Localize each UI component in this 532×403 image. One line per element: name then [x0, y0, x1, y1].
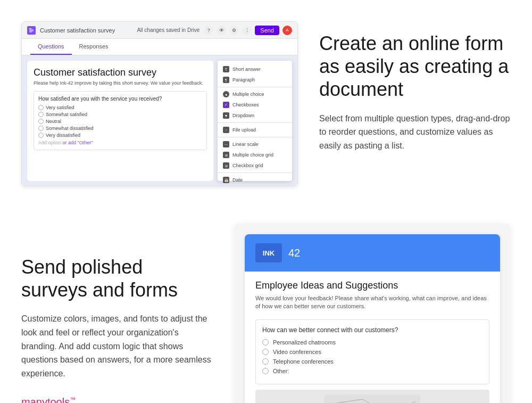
bottom-heading: Send polished surveys and forms [21, 256, 213, 301]
checkbox-grid-option[interactable]: ⊞ Checkbox grid [218, 160, 292, 171]
time-option[interactable]: ⏰ Time [218, 185, 292, 186]
bottom-description: Customize colors, images, and fonts to a… [21, 312, 213, 380]
avatar: A [282, 26, 292, 35]
option-label-5: Very dissatisfied [46, 133, 80, 138]
checkboxes-label: Checkboxes [232, 102, 259, 108]
divider-2 [218, 122, 292, 123]
preview-option-4: Other: [262, 368, 483, 374]
preview-radio-3 [262, 358, 269, 365]
file-upload-icon: ↑ [223, 127, 229, 133]
comment-icon[interactable]: ? [204, 26, 213, 35]
add-option[interactable]: Add option or add "Other" [38, 140, 202, 145]
multiple-choice-label: Multiple choice [232, 92, 264, 97]
top-right-text: Create an online form as easily as creat… [319, 21, 511, 152]
radio-very-satisfied [38, 105, 44, 110]
mc-grid-option[interactable]: ⊞ Multiple choice grid [218, 150, 292, 160]
form-preview-container: INK 42 Employee Ideas and Suggestions We… [234, 224, 511, 403]
dropdown-icon-el: ▼ [223, 112, 229, 119]
form-tabs: Questions Responses [22, 39, 297, 55]
linear-scale-icon: — [223, 141, 229, 147]
chrome-actions: ? 👁 ⚙ ⋮ Send A [204, 26, 292, 35]
date-icon: 📅 [223, 177, 229, 183]
file-upload-option[interactable]: ↑ File upload [218, 125, 292, 135]
short-answer-icon: T [223, 66, 229, 72]
divider-3 [218, 137, 292, 137]
multiple-choice-icon: ● [223, 91, 229, 97]
checkboxes-option[interactable]: ✓ Checkboxes [218, 100, 292, 110]
radio-somewhat-dissatisfied [38, 126, 44, 131]
form-card: Customer satisfaction survey Please help… [27, 61, 213, 181]
preview-radio-2 [262, 349, 269, 355]
question-card: How satisfied are you with the service y… [34, 91, 207, 150]
tab-title: Customer satisfaction survey [40, 27, 132, 34]
option-label-1: Very satisfied [46, 105, 74, 110]
option-label-3: Neutral [46, 119, 61, 124]
option-label-4: Somewhat dissatisfied [46, 126, 94, 131]
radio-very-dissatisfied [38, 133, 44, 138]
form-body: Customer satisfaction survey Please help… [22, 55, 297, 186]
linear-scale-option[interactable]: — Linear scale [218, 139, 292, 150]
preview-form-header: INK 42 [245, 234, 500, 272]
preview-form-title: Employee Ideas and Suggestions [255, 280, 489, 291]
dropdown-label: Dropdown [232, 113, 254, 118]
option-3: Neutral [38, 119, 202, 124]
manytools-logo: manytools™ [21, 396, 213, 403]
option-label-2: Somewhat satisfied [46, 112, 87, 117]
bottom-left-text: Send polished surveys and forms Customiz… [21, 224, 213, 403]
divider-1 [218, 87, 292, 87]
checkboxes-icon: ✓ [223, 102, 229, 108]
question-label: How satisfied are you with the service y… [38, 96, 202, 102]
preview-option-2: Video conferences [262, 349, 483, 355]
preview-option-label-4: Other: [273, 368, 289, 374]
preview-option-1: Personalized chatrooms [262, 339, 483, 346]
linear-scale-label: Linear scale [232, 142, 259, 147]
settings-icon[interactable]: ⚙ [229, 26, 239, 35]
multiple-choice-option[interactable]: ● Multiple choice [218, 89, 292, 100]
preview-form: INK 42 Employee Ideas and Suggestions We… [245, 234, 500, 403]
option-5: Very dissatisfied [38, 133, 202, 138]
sketch-svg [267, 394, 478, 403]
preview-form-body: Employee Ideas and Suggestions We would … [245, 272, 500, 403]
question-type-dropdown: T Short answer ¶ Paragraph ● Multiple ch… [218, 61, 292, 181]
form-subtitle: Please help Ink-42 improve by taking thi… [34, 80, 207, 86]
or-text: or [63, 140, 67, 145]
manytools-wordmark: manytools™ [21, 396, 76, 403]
top-heading: Create an online form as easily as creat… [319, 32, 511, 101]
eye-icon[interactable]: 👁 [217, 26, 226, 35]
chrome-bar: Customer satisfaction survey All changes… [22, 22, 297, 39]
add-other-link[interactable]: add "Other" [68, 140, 93, 145]
radio-neutral [38, 119, 44, 124]
svg-rect-2 [29, 30, 34, 31]
date-option[interactable]: 📅 Date [218, 175, 292, 185]
svg-rect-4 [325, 394, 420, 403]
radio-somewhat-satisfied [38, 112, 44, 117]
option-1: Very satisfied [38, 105, 202, 110]
short-answer-label: Short answer [232, 67, 261, 72]
mc-grid-label: Multiple choice grid [232, 152, 273, 158]
mc-grid-icon: ⊞ [223, 152, 229, 158]
tab-responses[interactable]: Responses [72, 39, 116, 55]
option-2: Somewhat satisfied [38, 112, 202, 117]
paragraph-option[interactable]: ¶ Paragraph [218, 75, 292, 85]
send-button[interactable]: Send [255, 26, 279, 35]
svg-rect-3 [29, 31, 32, 32]
svg-rect-0 [29, 28, 31, 29]
preview-option-label-1: Personalized chatrooms [273, 339, 336, 346]
ink-label: INK [263, 249, 275, 257]
paragraph-icon: ¶ [223, 77, 229, 83]
date-label: Date [232, 177, 243, 183]
tab-questions[interactable]: Questions [30, 39, 72, 55]
preview-option-label-3: Telephone conferences [273, 358, 334, 365]
preview-question-section: How can we better connect with our custo… [255, 319, 489, 384]
short-answer-option[interactable]: T Short answer [218, 64, 292, 75]
forms-icon [27, 26, 36, 35]
more-icon[interactable]: ⋮ [242, 26, 252, 35]
bottom-section: Send polished surveys and forms Customiz… [0, 208, 532, 403]
checkbox-grid-label: Checkbox grid [232, 163, 263, 168]
top-section: Customer satisfaction survey All changes… [0, 0, 532, 208]
dropdown-option[interactable]: ▼ Dropdown [218, 110, 292, 121]
preview-form-subtitle: We would love your feedback! Please shar… [255, 294, 489, 311]
preview-radio-4 [262, 368, 269, 374]
preview-radio-1 [262, 339, 269, 346]
checkbox-grid-icon: ⊞ [223, 162, 229, 169]
